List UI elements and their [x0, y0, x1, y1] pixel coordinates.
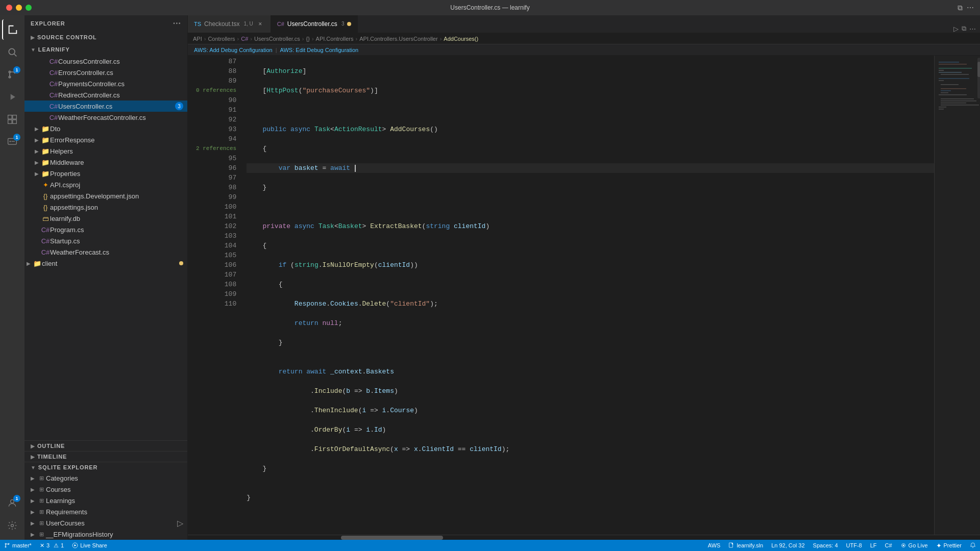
file-UsersController[interactable]: C# UsersController.cs 3 [24, 101, 187, 112]
split-editor-icon[interactable]: ⧉ [962, 24, 966, 33]
sqlite-table-usercourses[interactable]: ▶ ⊞ UserCourses ▷ [24, 517, 187, 529]
sqlite-chevron: ▼ [31, 465, 36, 470]
folder-Middleware[interactable]: ▶ 📁 Middleware [24, 157, 187, 168]
proj-file-icon: ✦ [41, 181, 50, 189]
run-debug-icon[interactable] [2, 87, 22, 107]
file-ErrorsController[interactable]: C# ErrorsController.cs [24, 67, 187, 78]
file-WeatherForecast[interactable]: C# WeatherForecast.cs [24, 246, 187, 258]
file-APIcsproj[interactable]: ✦ API.csproj [24, 179, 187, 190]
status-errors[interactable]: ✕ 3 ⚠ 1 [36, 540, 68, 551]
table-icon: ⊞ [37, 475, 46, 482]
status-liveshare[interactable]: Live Share [68, 540, 111, 551]
breadcrumb-cs[interactable]: C# [241, 36, 248, 42]
editor-area: TS Checkout.tsx 1, U × C# UsersControlle… [188, 15, 980, 540]
folder-Dto[interactable]: ▶ 📁 Dto [24, 123, 187, 134]
sqlite-label: SQLITE EXPLORER [38, 464, 98, 470]
status-branch[interactable]: master* [0, 540, 36, 551]
status-golive[interactable]: Go Live [896, 540, 932, 551]
minimize-button[interactable] [16, 5, 22, 11]
file-CoursesController[interactable]: C# CoursesController.cs [24, 56, 187, 67]
file-WeatherForecastController[interactable]: C# WeatherForecastController.cs [24, 112, 187, 123]
liveshare-label: Live Share [80, 542, 107, 548]
status-aws[interactable]: AWS [704, 540, 725, 551]
error-count: 3 [46, 542, 50, 548]
cs-tab-icon: C# [277, 21, 284, 27]
account-icon[interactable]: 1 [2, 493, 22, 513]
line-numbers: 87 88 89 0 references 90 91 92 93 94 2 r… [188, 56, 242, 535]
status-right: AWS learnify.sln Ln 92, Col 32 Spaces: 4… [704, 540, 980, 551]
aws-add-debug[interactable]: AWS: Add Debug Configuration [194, 47, 273, 53]
folder-chevron: ▶ [33, 137, 41, 143]
folder-ErrorResponse[interactable]: ▶ 📁 ErrorResponse [24, 134, 187, 145]
sqlite-table-courses[interactable]: ▶ ⊞ Courses [24, 484, 187, 495]
folder-Properties[interactable]: ▶ 📁 Properties [24, 168, 187, 179]
status-line-ending[interactable]: LF [866, 540, 881, 551]
learnify-section-header[interactable]: ▼ LEARNIFY [24, 43, 187, 56]
outline-section[interactable]: ▶ OUTLINE [24, 440, 187, 451]
status-filename[interactable]: learnify.sln [724, 540, 767, 551]
folder-Helpers[interactable]: ▶ 📁 Helpers [24, 145, 187, 157]
status-encoding[interactable]: UTF-8 [842, 540, 866, 551]
file-RedirectController[interactable]: C# RedirectController.cs [24, 89, 187, 101]
explorer-icon[interactable] [2, 19, 22, 40]
breadcrumb-curly[interactable]: {} [306, 36, 310, 42]
folder-icon: 📁 [41, 136, 50, 144]
svg-rect-22 [939, 80, 944, 81]
scrollbar-thumb[interactable] [341, 536, 443, 540]
file-PaymentsController[interactable]: C# PaymentsController.cs [24, 78, 187, 89]
maximize-button[interactable] [26, 5, 32, 11]
sqlite-table-efmigrations[interactable]: ▶ ⊞ __EFMigrationsHistory [24, 529, 187, 540]
file-Program[interactable]: C# Program.cs [24, 224, 187, 235]
file-appsettings[interactable]: {} appsettings.json [24, 202, 187, 213]
activity-bar-bottom: 1 [2, 493, 22, 536]
file-Startup[interactable]: C# Startup.cs [24, 235, 187, 246]
aws-edit-debug[interactable]: AWS: Edit Debug Configuration [280, 47, 359, 53]
file-learnifydb[interactable]: 🗃 learnify.db [24, 213, 187, 224]
tab-checkout[interactable]: TS Checkout.tsx 1, U × [188, 15, 271, 33]
extensions-icon[interactable] [2, 109, 22, 130]
horizontal-scrollbar[interactable] [188, 535, 980, 540]
breadcrumb-api-controllers[interactable]: API.Controllers [316, 36, 354, 42]
breadcrumb-users-controller-class[interactable]: API.Controllers.UsersController [359, 36, 437, 42]
run-icon[interactable]: ▷ [953, 25, 959, 33]
breadcrumb-method[interactable]: AddCourses() [444, 36, 478, 42]
close-button[interactable] [6, 5, 12, 11]
folder-chevron: ▶ [33, 171, 41, 177]
sqlite-section[interactable]: ▼ SQLITE EXPLORER [24, 462, 187, 472]
code-content[interactable]: [Authorize] [HttpPost("purchaseCourses")… [242, 56, 934, 535]
source-control-icon[interactable]: 1 [2, 64, 22, 85]
explorer-more-icon[interactable]: ⋯ [173, 18, 181, 28]
sqlite-table-learnings[interactable]: ▶ ⊞ Learnings [24, 495, 187, 506]
tab-close-icon[interactable]: × [256, 20, 264, 28]
source-control-section-header[interactable]: ▶ SOURCE CONTROL [24, 31, 187, 43]
breadcrumb-api[interactable]: API [193, 36, 202, 42]
language-label: C# [885, 542, 892, 548]
cs-file-icon: C# [41, 248, 50, 256]
more-actions-icon[interactable]: ⋯ [969, 25, 976, 33]
sqlite-table-requirements[interactable]: ▶ ⊞ Requirements [24, 506, 187, 517]
folder-icon: 📁 [41, 159, 50, 166]
status-spaces[interactable]: Spaces: 4 [809, 540, 842, 551]
folder-label: Helpers [50, 147, 183, 155]
svg-rect-18 [939, 70, 944, 71]
folder-label: ErrorResponse [50, 136, 183, 144]
breadcrumb-controllers[interactable]: Controllers [208, 36, 235, 42]
more-icon[interactable]: ⋯ [967, 4, 974, 12]
search-icon[interactable] [2, 42, 22, 62]
timeline-section[interactable]: ▶ TIMELINE [24, 451, 187, 462]
split-editor-icon[interactable]: ⧉ [958, 4, 963, 12]
remote-icon[interactable]: 1 [2, 132, 22, 152]
activity-bar: 1 1 1 [0, 15, 24, 540]
file-appsettingsDev[interactable]: {} appsettings.Development.json [24, 190, 187, 202]
settings-icon[interactable] [2, 515, 22, 536]
sqlite-table-categories[interactable]: ▶ ⊞ Categories [24, 472, 187, 484]
status-language[interactable]: C# [881, 540, 896, 551]
breadcrumb-file[interactable]: UsersController.cs [254, 36, 300, 42]
source-control-badge: 1 [13, 66, 20, 73]
expand-icon[interactable]: ▷ [177, 518, 183, 528]
status-prettier[interactable]: ✦ Prettier [932, 540, 966, 551]
folder-client[interactable]: ▶ 📁 client [24, 258, 187, 269]
status-position[interactable]: Ln 92, Col 32 [767, 540, 808, 551]
tab-userscontroller[interactable]: C# UsersController.cs 3 [271, 15, 358, 33]
status-notifications[interactable] [966, 540, 980, 551]
